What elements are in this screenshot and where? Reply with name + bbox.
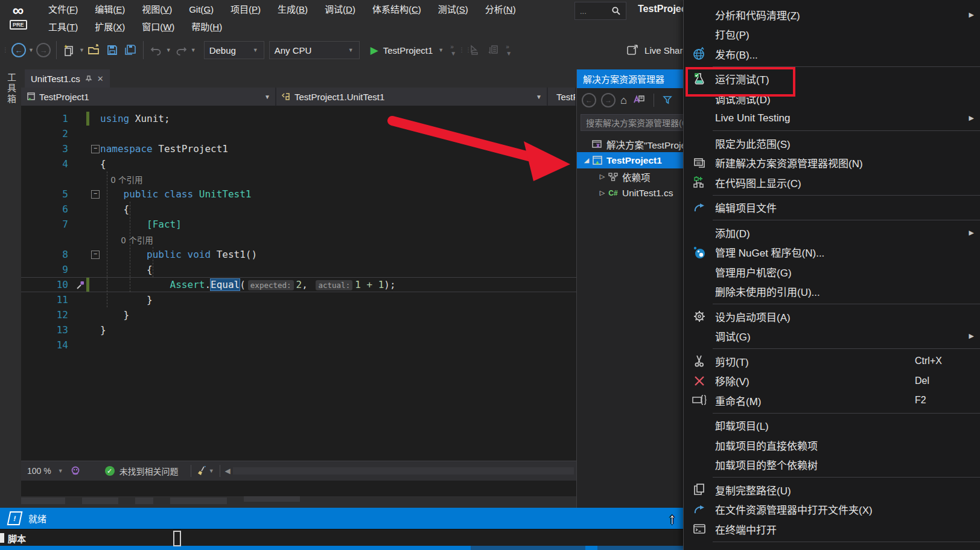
codelens-row[interactable]: 0 个引用 — [21, 232, 576, 247]
breadcrumb-type[interactable]: TestProject1.UnitTest1▼ — [276, 88, 548, 106]
expander-icon[interactable]: ▷ — [597, 189, 607, 197]
menu-0[interactable]: 文件(F) — [40, 1, 86, 18]
context-menu-item-1[interactable]: 打包(P) — [684, 25, 980, 45]
menu-4[interactable]: 项目(P) — [222, 1, 269, 18]
document-tab-unittest1[interactable]: UnitTest1.cs ✕ — [25, 69, 110, 88]
menu-7[interactable]: 体系结构(C) — [364, 1, 430, 18]
context-menu-item-16[interactable]: 管理用户机密(G) — [684, 262, 980, 282]
menu-9[interactable]: 分析(N) — [477, 1, 524, 18]
navigate-back-dropdown[interactable]: ▼ — [28, 47, 34, 53]
context-menu-item-23[interactable]: 移除(V)Del — [684, 371, 980, 391]
navigate-forward-button[interactable]: → — [36, 42, 51, 58]
menu-5[interactable]: 生成(B) — [269, 1, 316, 18]
code-editor[interactable]: 1using Xunit;23−namespace TestProject14{… — [21, 106, 576, 496]
toolbar-grip[interactable]: ⋮⋮ — [2, 48, 7, 53]
quick-actions-screwdriver-icon[interactable] — [75, 280, 85, 290]
expander-icon[interactable]: ◢ — [582, 156, 591, 164]
toolbar-overflow-chevron[interactable]: »▼ — [506, 43, 512, 57]
se-back-button[interactable]: ← — [582, 93, 596, 107]
fold-collapse-icon[interactable]: − — [91, 251, 100, 259]
code-line-8[interactable]: 8− public void Test1() — [21, 247, 576, 262]
menu-3[interactable]: 帮助(H) — [183, 19, 231, 36]
redo-dropdown[interactable]: ▼ — [191, 47, 196, 53]
document-health-indicator[interactable]: ✓ 未找到相关问题 — [105, 465, 179, 477]
hscroll-left-arrow[interactable]: ◀ — [225, 467, 231, 475]
pin-icon[interactable] — [85, 75, 92, 82]
quick-search-box[interactable]: ... — [574, 2, 626, 20]
menu-0[interactable]: 工具(T) — [40, 19, 86, 36]
context-menu-item-19[interactable]: 设为启动项目(A) — [684, 307, 980, 327]
breakpoint-cursor-icon[interactable] — [467, 42, 483, 58]
context-menu-item-14[interactable]: 添加(D)▶ — [684, 223, 980, 243]
open-folder-button[interactable] — [86, 42, 102, 58]
code-line-1[interactable]: 1using Xunit; — [21, 111, 576, 126]
code-line-11[interactable]: 11 } — [21, 292, 576, 307]
save-all-button[interactable] — [122, 42, 138, 58]
menu-6[interactable]: 调试(D) — [316, 1, 364, 18]
undo-button[interactable] — [148, 42, 164, 58]
breadcrumb-member[interactable]: TestProject1 — [548, 88, 576, 106]
expander-icon[interactable]: ▷ — [597, 173, 607, 181]
code-line-14[interactable]: 14 — [21, 337, 576, 353]
save-button[interactable] — [104, 42, 120, 58]
configuration-dropdown[interactable]: Debug▼ — [204, 41, 264, 59]
navigate-back-button[interactable]: ← — [11, 42, 27, 58]
redo-button[interactable] — [173, 42, 189, 58]
live-share-button[interactable]: Live Share — [626, 44, 688, 56]
context-menu-item-17[interactable]: 删除未使用的引用(U)... — [684, 282, 980, 302]
context-menu-item-24[interactable]: 重命名(M)F2 — [684, 391, 980, 411]
code-line-6[interactable]: 6 { — [21, 202, 576, 217]
new-file-button[interactable] — [62, 42, 77, 58]
code-outline-icon[interactable] — [485, 42, 501, 58]
toolbar-overflow-chevron[interactable]: »▼ — [450, 43, 456, 57]
context-menu-item-22[interactable]: 剪切(T)Ctrl+X — [684, 351, 980, 371]
context-menu-item-0[interactable]: 分析和代码清理(Z)▶ — [684, 5, 980, 25]
menu-2[interactable]: 视图(V) — [133, 1, 180, 18]
context-menu-item-28[interactable]: 加载项目的整个依赖树 — [684, 455, 980, 475]
menu-1[interactable]: 编辑(E) — [86, 1, 133, 18]
zoom-dropdown-arrow[interactable]: ▼ — [58, 468, 63, 474]
code-line-10[interactable]: 10 Assert.Equal(expected:2, actual:1 + 1… — [21, 277, 576, 292]
context-menu-item-15[interactable]: 管理 NuGet 程序包(N)... — [684, 243, 980, 263]
context-menu-item-31[interactable]: 在文件资源管理器中打开文件夹(X) — [684, 500, 980, 520]
codelens-row[interactable]: 0 个引用 — [21, 171, 576, 187]
context-menu-item-32[interactable]: 在终端中打开 — [684, 519, 980, 539]
se-forward-button[interactable]: → — [601, 93, 616, 107]
context-menu-item-9[interactable]: 新建解决方案资源管理器视图(N) — [684, 153, 980, 173]
context-menu-item-20[interactable]: 调试(G)▶ — [684, 327, 980, 347]
context-menu-item-30[interactable]: 复制完整路径(U) — [684, 480, 980, 500]
context-menu-item-26[interactable]: 卸载项目(L) — [684, 416, 980, 436]
close-icon[interactable]: ✕ — [97, 74, 104, 83]
code-line-5[interactable]: 5− public class UnitTest1 — [21, 187, 576, 202]
toolbar-grip[interactable]: ⋮⋮ — [459, 48, 463, 53]
menu-2[interactable]: 窗口(W) — [133, 19, 183, 36]
fold-collapse-icon[interactable]: − — [91, 190, 100, 199]
feedback-icon[interactable]: ! — [7, 511, 23, 525]
context-menu-item-12[interactable]: 编辑项目文件 — [684, 198, 980, 218]
menu-3[interactable]: Git(G) — [180, 1, 222, 18]
filter-icon[interactable] — [663, 95, 673, 106]
start-debug-button[interactable]: ▶ TestProject1 ▼ — [371, 44, 445, 57]
home-icon[interactable]: ⌂ — [620, 94, 627, 107]
code-line-13[interactable]: 13} — [21, 322, 576, 337]
switch-views-icon[interactable] — [632, 94, 645, 106]
context-menu-item-27[interactable]: 加载项目的直接依赖项 — [684, 435, 980, 455]
intellicode-icon[interactable] — [70, 465, 81, 476]
menu-1[interactable]: 扩展(X) — [86, 19, 133, 36]
context-menu-item-2[interactable]: 发布(B)... — [684, 44, 980, 64]
platform-dropdown[interactable]: Any CPU▼ — [269, 41, 360, 59]
context-menu-item-8[interactable]: 限定为此范围(S) — [684, 133, 980, 153]
fold-collapse-icon[interactable]: − — [91, 145, 100, 153]
code-line-3[interactable]: 3−namespace TestProject1 — [21, 141, 576, 156]
undo-dropdown[interactable]: ▼ — [166, 47, 171, 53]
context-menu-item-6[interactable]: Live Unit Testing▶ — [684, 109, 980, 129]
menu-8[interactable]: 测试(S) — [430, 1, 477, 18]
toolbox-vertical-tab[interactable]: 工具箱 — [5, 72, 18, 105]
breadcrumb-project[interactable]: TestProject1▼ — [21, 88, 276, 106]
code-line-7[interactable]: 7 [Fact] — [21, 217, 576, 232]
context-menu-item-10[interactable]: 在代码图上显示(C) — [684, 173, 980, 193]
code-cleanup-broom-icon[interactable] — [196, 465, 208, 476]
zoom-level-dropdown[interactable]: 100 % — [27, 466, 51, 476]
code-line-12[interactable]: 12 } — [21, 307, 576, 322]
code-line-2[interactable]: 2 — [21, 126, 576, 141]
